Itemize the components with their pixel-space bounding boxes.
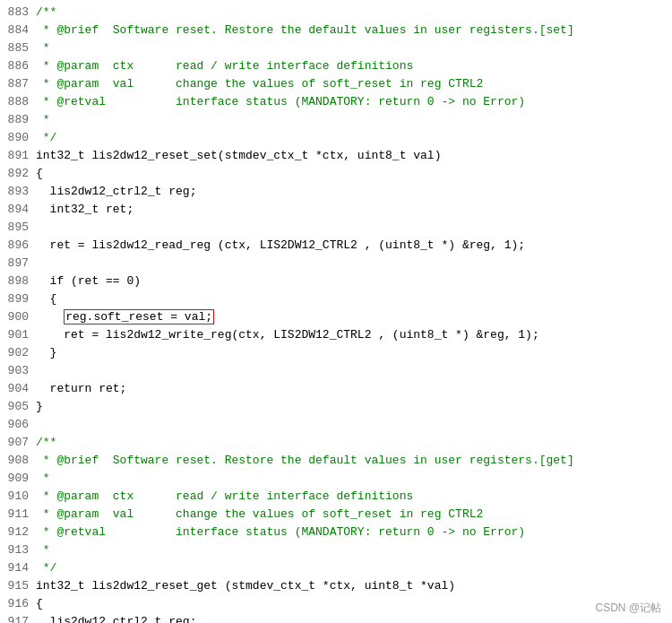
- line-number: 885: [2, 39, 36, 57]
- code-line: 906: [0, 416, 672, 434]
- line-content: return ret;: [36, 380, 670, 398]
- code-line: 897: [0, 255, 672, 273]
- line-content: *: [36, 541, 670, 559]
- line-number: 897: [2, 255, 36, 273]
- line-number: 913: [2, 541, 36, 559]
- line-content: ret = lis2dw12_write_reg(ctx, LIS2DW12_C…: [36, 326, 670, 344]
- line-number: 908: [2, 452, 36, 470]
- line-content: * @brief Software reset. Restore the def…: [36, 22, 670, 39]
- code-line: 885 *: [0, 39, 672, 57]
- code-line: 911 * @param val change the values of so…: [0, 506, 672, 523]
- line-number: 901: [2, 326, 36, 344]
- line-content: /**: [36, 4, 670, 22]
- line-content: int32_t lis2dw12_reset_set(stmdev_ctx_t …: [36, 147, 670, 165]
- code-line: 884 * @brief Software reset. Restore the…: [0, 22, 672, 39]
- code-line: 892{: [0, 165, 672, 183]
- line-content: lis2dw12_ctrl2_t reg;: [36, 613, 670, 623]
- code-line: 916{: [0, 595, 672, 613]
- line-content: * @param val change the values of soft_r…: [36, 75, 670, 93]
- line-content: reg.soft_reset = val;: [36, 308, 670, 326]
- line-content: * @param ctx read / write interface defi…: [36, 57, 670, 75]
- line-number: 889: [2, 111, 36, 129]
- line-content: int32_t lis2dw12_reset_get (stmdev_ctx_t…: [36, 577, 670, 595]
- code-line: 910 * @param ctx read / write interface …: [0, 488, 672, 506]
- code-line: 917 lis2dw12_ctrl2_t reg;: [0, 613, 672, 623]
- line-content: * @param val change the values of soft_r…: [36, 506, 670, 523]
- line-number: 906: [2, 416, 36, 434]
- line-number: 915: [2, 577, 36, 595]
- code-line: 899 {: [0, 290, 672, 308]
- line-content: }: [36, 398, 670, 416]
- code-line: 900 reg.soft_reset = val;: [0, 308, 672, 326]
- line-number: 896: [2, 237, 36, 255]
- code-line: 912 * @retval interface status (MANDATOR…: [0, 523, 672, 541]
- code-line: 909 *: [0, 470, 672, 488]
- line-number: 894: [2, 201, 36, 219]
- code-line: 883/**: [0, 4, 672, 22]
- line-content: lis2dw12_ctrl2_t reg;: [36, 183, 670, 201]
- line-number: 890: [2, 129, 36, 147]
- code-line: 904 return ret;: [0, 380, 672, 398]
- line-number: 905: [2, 398, 36, 416]
- line-number: 898: [2, 273, 36, 290]
- line-content: * @retval interface status (MANDATORY: r…: [36, 523, 670, 541]
- line-content: */: [36, 129, 670, 147]
- line-number: 909: [2, 470, 36, 488]
- code-line: 889 *: [0, 111, 672, 129]
- line-number: 907: [2, 434, 36, 452]
- line-number: 916: [2, 595, 36, 613]
- line-number: 886: [2, 57, 36, 75]
- line-content: {: [36, 165, 670, 183]
- line-number: 888: [2, 93, 36, 111]
- line-number: 903: [2, 362, 36, 380]
- code-line: 890 */: [0, 129, 672, 147]
- line-number: 895: [2, 219, 36, 237]
- code-line: 891int32_t lis2dw12_reset_set(stmdev_ctx…: [0, 147, 672, 165]
- line-number: 884: [2, 22, 36, 39]
- code-line: 898 if (ret == 0): [0, 273, 672, 290]
- line-number: 910: [2, 488, 36, 506]
- code-line: 896 ret = lis2dw12_read_reg (ctx, LIS2DW…: [0, 237, 672, 255]
- line-content: {: [36, 595, 670, 613]
- code-line: 914 */: [0, 559, 672, 577]
- line-content: */: [36, 559, 670, 577]
- line-number: 912: [2, 523, 36, 541]
- line-content: /**: [36, 434, 670, 452]
- line-number: 904: [2, 380, 36, 398]
- line-content: *: [36, 470, 670, 488]
- code-line: 915int32_t lis2dw12_reset_get (stmdev_ct…: [0, 577, 672, 595]
- code-line: 905}: [0, 398, 672, 416]
- line-number: 887: [2, 75, 36, 93]
- code-line: 895: [0, 219, 672, 237]
- line-number: 899: [2, 290, 36, 308]
- watermark: CSDN @记帖: [595, 600, 661, 616]
- code-line: 901 ret = lis2dw12_write_reg(ctx, LIS2DW…: [0, 326, 672, 344]
- code-line: 903: [0, 362, 672, 380]
- line-number: 917: [2, 613, 36, 623]
- code-line: 886 * @param ctx read / write interface …: [0, 57, 672, 75]
- line-content: * @param ctx read / write interface defi…: [36, 488, 670, 506]
- line-number: 892: [2, 165, 36, 183]
- line-content: {: [36, 290, 670, 308]
- code-container: 883/**884 * @brief Software reset. Resto…: [0, 0, 672, 623]
- highlighted-code: reg.soft_reset = val;: [64, 309, 214, 324]
- code-line: 913 *: [0, 541, 672, 559]
- line-content: * @brief Software reset. Restore the def…: [36, 452, 670, 470]
- line-content: *: [36, 39, 670, 57]
- line-content: ret = lis2dw12_read_reg (ctx, LIS2DW12_C…: [36, 237, 670, 255]
- code-line: 894 int32_t ret;: [0, 201, 672, 219]
- line-number: 883: [2, 4, 36, 22]
- line-content: if (ret == 0): [36, 273, 670, 290]
- line-content: }: [36, 344, 670, 362]
- line-content: *: [36, 111, 670, 129]
- line-content: int32_t ret;: [36, 201, 670, 219]
- line-number: 914: [2, 559, 36, 577]
- line-number: 902: [2, 344, 36, 362]
- code-line: 908 * @brief Software reset. Restore the…: [0, 452, 672, 470]
- code-line: 888 * @retval interface status (MANDATOR…: [0, 93, 672, 111]
- code-line: 887 * @param val change the values of so…: [0, 75, 672, 93]
- line-number: 911: [2, 506, 36, 523]
- line-number: 900: [2, 308, 36, 326]
- line-content: * @retval interface status (MANDATORY: r…: [36, 93, 670, 111]
- code-line: 907/**: [0, 434, 672, 452]
